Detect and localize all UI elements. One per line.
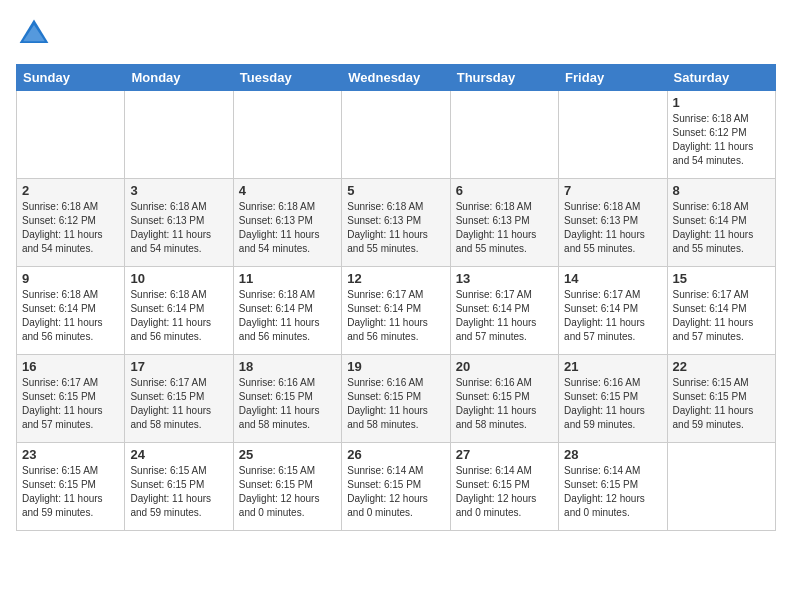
day-number: 24 — [130, 447, 227, 462]
calendar-cell: 22Sunrise: 6:15 AM Sunset: 6:15 PM Dayli… — [667, 355, 775, 443]
day-number: 8 — [673, 183, 770, 198]
weekday-header-wednesday: Wednesday — [342, 65, 450, 91]
week-row-3: 9Sunrise: 6:18 AM Sunset: 6:14 PM Daylig… — [17, 267, 776, 355]
day-number: 3 — [130, 183, 227, 198]
day-info: Sunrise: 6:18 AM Sunset: 6:13 PM Dayligh… — [347, 200, 444, 256]
day-info: Sunrise: 6:18 AM Sunset: 6:14 PM Dayligh… — [130, 288, 227, 344]
calendar-cell: 10Sunrise: 6:18 AM Sunset: 6:14 PM Dayli… — [125, 267, 233, 355]
day-info: Sunrise: 6:14 AM Sunset: 6:15 PM Dayligh… — [456, 464, 553, 520]
day-number: 17 — [130, 359, 227, 374]
day-info: Sunrise: 6:18 AM Sunset: 6:13 PM Dayligh… — [564, 200, 661, 256]
calendar-cell: 11Sunrise: 6:18 AM Sunset: 6:14 PM Dayli… — [233, 267, 341, 355]
day-info: Sunrise: 6:15 AM Sunset: 6:15 PM Dayligh… — [22, 464, 119, 520]
calendar-cell — [125, 91, 233, 179]
week-row-1: 1Sunrise: 6:18 AM Sunset: 6:12 PM Daylig… — [17, 91, 776, 179]
day-info: Sunrise: 6:17 AM Sunset: 6:15 PM Dayligh… — [22, 376, 119, 432]
day-number: 7 — [564, 183, 661, 198]
day-number: 15 — [673, 271, 770, 286]
calendar-cell: 6Sunrise: 6:18 AM Sunset: 6:13 PM Daylig… — [450, 179, 558, 267]
day-number: 2 — [22, 183, 119, 198]
day-number: 4 — [239, 183, 336, 198]
calendar-cell: 27Sunrise: 6:14 AM Sunset: 6:15 PM Dayli… — [450, 443, 558, 531]
weekday-header-monday: Monday — [125, 65, 233, 91]
day-number: 22 — [673, 359, 770, 374]
calendar-cell: 7Sunrise: 6:18 AM Sunset: 6:13 PM Daylig… — [559, 179, 667, 267]
day-number: 21 — [564, 359, 661, 374]
weekday-header-sunday: Sunday — [17, 65, 125, 91]
day-info: Sunrise: 6:18 AM Sunset: 6:13 PM Dayligh… — [130, 200, 227, 256]
day-info: Sunrise: 6:18 AM Sunset: 6:14 PM Dayligh… — [22, 288, 119, 344]
day-number: 19 — [347, 359, 444, 374]
day-number: 10 — [130, 271, 227, 286]
calendar-cell: 18Sunrise: 6:16 AM Sunset: 6:15 PM Dayli… — [233, 355, 341, 443]
calendar-cell: 16Sunrise: 6:17 AM Sunset: 6:15 PM Dayli… — [17, 355, 125, 443]
weekday-header-thursday: Thursday — [450, 65, 558, 91]
week-row-5: 23Sunrise: 6:15 AM Sunset: 6:15 PM Dayli… — [17, 443, 776, 531]
calendar-cell: 17Sunrise: 6:17 AM Sunset: 6:15 PM Dayli… — [125, 355, 233, 443]
day-info: Sunrise: 6:17 AM Sunset: 6:14 PM Dayligh… — [564, 288, 661, 344]
day-number: 9 — [22, 271, 119, 286]
day-number: 23 — [22, 447, 119, 462]
calendar-cell: 20Sunrise: 6:16 AM Sunset: 6:15 PM Dayli… — [450, 355, 558, 443]
day-number: 26 — [347, 447, 444, 462]
day-number: 27 — [456, 447, 553, 462]
calendar-cell — [667, 443, 775, 531]
calendar-cell: 23Sunrise: 6:15 AM Sunset: 6:15 PM Dayli… — [17, 443, 125, 531]
calendar-cell: 1Sunrise: 6:18 AM Sunset: 6:12 PM Daylig… — [667, 91, 775, 179]
calendar-cell: 12Sunrise: 6:17 AM Sunset: 6:14 PM Dayli… — [342, 267, 450, 355]
day-number: 12 — [347, 271, 444, 286]
calendar-cell: 15Sunrise: 6:17 AM Sunset: 6:14 PM Dayli… — [667, 267, 775, 355]
day-number: 14 — [564, 271, 661, 286]
weekday-header-tuesday: Tuesday — [233, 65, 341, 91]
calendar-cell: 8Sunrise: 6:18 AM Sunset: 6:14 PM Daylig… — [667, 179, 775, 267]
calendar-cell: 2Sunrise: 6:18 AM Sunset: 6:12 PM Daylig… — [17, 179, 125, 267]
day-number: 13 — [456, 271, 553, 286]
day-info: Sunrise: 6:18 AM Sunset: 6:12 PM Dayligh… — [22, 200, 119, 256]
calendar-cell: 21Sunrise: 6:16 AM Sunset: 6:15 PM Dayli… — [559, 355, 667, 443]
calendar-cell: 24Sunrise: 6:15 AM Sunset: 6:15 PM Dayli… — [125, 443, 233, 531]
day-info: Sunrise: 6:18 AM Sunset: 6:14 PM Dayligh… — [673, 200, 770, 256]
logo — [16, 16, 56, 52]
calendar-cell — [342, 91, 450, 179]
calendar-table: SundayMondayTuesdayWednesdayThursdayFrid… — [16, 64, 776, 531]
calendar-cell: 13Sunrise: 6:17 AM Sunset: 6:14 PM Dayli… — [450, 267, 558, 355]
calendar-cell: 28Sunrise: 6:14 AM Sunset: 6:15 PM Dayli… — [559, 443, 667, 531]
day-number: 18 — [239, 359, 336, 374]
weekday-header-friday: Friday — [559, 65, 667, 91]
day-info: Sunrise: 6:14 AM Sunset: 6:15 PM Dayligh… — [564, 464, 661, 520]
day-number: 28 — [564, 447, 661, 462]
calendar-cell: 14Sunrise: 6:17 AM Sunset: 6:14 PM Dayli… — [559, 267, 667, 355]
day-number: 16 — [22, 359, 119, 374]
day-number: 11 — [239, 271, 336, 286]
weekday-header-saturday: Saturday — [667, 65, 775, 91]
day-number: 1 — [673, 95, 770, 110]
day-info: Sunrise: 6:16 AM Sunset: 6:15 PM Dayligh… — [239, 376, 336, 432]
calendar-cell — [559, 91, 667, 179]
day-info: Sunrise: 6:15 AM Sunset: 6:15 PM Dayligh… — [673, 376, 770, 432]
day-info: Sunrise: 6:15 AM Sunset: 6:15 PM Dayligh… — [239, 464, 336, 520]
calendar-cell — [233, 91, 341, 179]
weekday-header-row: SundayMondayTuesdayWednesdayThursdayFrid… — [17, 65, 776, 91]
day-info: Sunrise: 6:17 AM Sunset: 6:14 PM Dayligh… — [673, 288, 770, 344]
day-info: Sunrise: 6:18 AM Sunset: 6:12 PM Dayligh… — [673, 112, 770, 168]
day-number: 6 — [456, 183, 553, 198]
calendar-cell — [450, 91, 558, 179]
day-info: Sunrise: 6:17 AM Sunset: 6:14 PM Dayligh… — [456, 288, 553, 344]
logo-icon — [16, 16, 52, 52]
page-header — [16, 16, 776, 52]
calendar-cell: 26Sunrise: 6:14 AM Sunset: 6:15 PM Dayli… — [342, 443, 450, 531]
day-info: Sunrise: 6:18 AM Sunset: 6:13 PM Dayligh… — [239, 200, 336, 256]
day-info: Sunrise: 6:14 AM Sunset: 6:15 PM Dayligh… — [347, 464, 444, 520]
calendar-cell: 9Sunrise: 6:18 AM Sunset: 6:14 PM Daylig… — [17, 267, 125, 355]
day-info: Sunrise: 6:16 AM Sunset: 6:15 PM Dayligh… — [564, 376, 661, 432]
calendar-cell: 5Sunrise: 6:18 AM Sunset: 6:13 PM Daylig… — [342, 179, 450, 267]
day-number: 20 — [456, 359, 553, 374]
calendar-cell: 4Sunrise: 6:18 AM Sunset: 6:13 PM Daylig… — [233, 179, 341, 267]
calendar-cell: 3Sunrise: 6:18 AM Sunset: 6:13 PM Daylig… — [125, 179, 233, 267]
week-row-4: 16Sunrise: 6:17 AM Sunset: 6:15 PM Dayli… — [17, 355, 776, 443]
day-info: Sunrise: 6:17 AM Sunset: 6:15 PM Dayligh… — [130, 376, 227, 432]
calendar-cell: 19Sunrise: 6:16 AM Sunset: 6:15 PM Dayli… — [342, 355, 450, 443]
calendar-cell: 25Sunrise: 6:15 AM Sunset: 6:15 PM Dayli… — [233, 443, 341, 531]
day-number: 25 — [239, 447, 336, 462]
day-info: Sunrise: 6:15 AM Sunset: 6:15 PM Dayligh… — [130, 464, 227, 520]
